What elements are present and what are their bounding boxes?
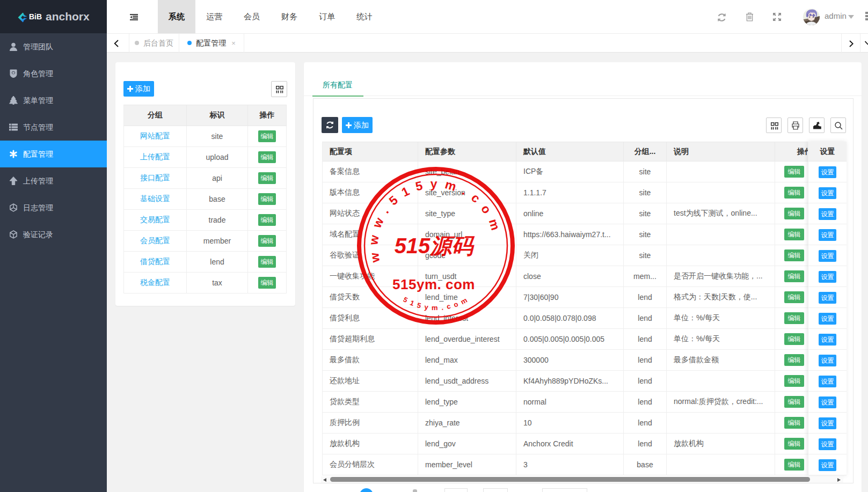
svg-text:515ym. com: 515ym. com [392,276,475,292]
svg-text:515ym.com: 515ym.com [402,294,472,312]
svg-text:515源码: 515源码 [395,234,476,258]
